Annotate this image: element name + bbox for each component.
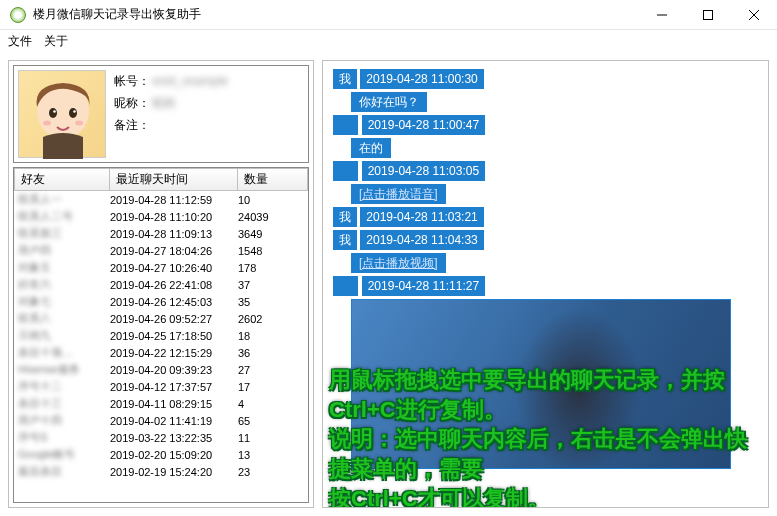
table-row[interactable]: 示例九2019-04-25 17:18:5018	[14, 327, 308, 344]
svg-point-8	[73, 110, 76, 113]
chat-header[interactable]: 我 2019-04-28 11:00:30	[333, 69, 758, 89]
contacts-header: 好友 最近聊天时间 数量	[14, 168, 308, 191]
nick-label: 昵称：	[114, 92, 152, 114]
maximize-button[interactable]	[685, 0, 731, 30]
remark-label: 备注：	[114, 114, 152, 136]
col-friend[interactable]: 好友	[14, 168, 110, 191]
chat-media-link[interactable]: [点击播放视频]	[333, 253, 758, 273]
avatar	[18, 70, 106, 158]
col-lastchat[interactable]: 最近聊天时间	[110, 168, 238, 191]
close-button[interactable]	[731, 0, 777, 30]
table-row[interactable]: 联系八2019-04-26 09:52:272602	[14, 310, 308, 327]
table-row[interactable]: 条目十三2019-04-11 08:29:154	[14, 395, 308, 412]
table-row[interactable]: 序号十二2019-04-12 17:37:5717	[14, 378, 308, 395]
svg-point-6	[69, 108, 77, 118]
app-icon	[10, 7, 26, 23]
minimize-button[interactable]	[639, 0, 685, 30]
chat-media-link[interactable]: [点击播放语音]	[333, 184, 758, 204]
svg-point-5	[49, 108, 57, 118]
table-row[interactable]: 联系第三2019-04-28 11:09:133649	[14, 225, 308, 242]
table-row[interactable]: 对象五2019-04-27 10:26:40178	[14, 259, 308, 276]
chat-header[interactable]: 2019-04-28 11:03:05	[333, 161, 758, 181]
table-row[interactable]: 条目十项…2019-04-22 12:15:2936	[14, 344, 308, 361]
contacts-panel: 好友 最近聊天时间 数量 联系人一2019-04-28 11:12:5910联系…	[13, 167, 309, 503]
chat-header[interactable]: 我 2019-04-28 11:04:33	[333, 230, 758, 250]
account-label: 帐号：	[114, 70, 152, 92]
profile-info: 帐号：wxid_example 昵称：昵称 备注：	[114, 70, 228, 158]
chat-header[interactable]: 2019-04-28 11:11:27	[333, 276, 758, 296]
svg-point-7	[53, 110, 56, 113]
table-row[interactable]: 序号S2019-03-22 13:22:3511	[14, 429, 308, 446]
chat-header[interactable]: 2019-04-28 11:00:47	[333, 115, 758, 135]
profile-box: 帐号：wxid_example 昵称：昵称 备注：	[13, 65, 309, 163]
menu-file[interactable]: 文件	[8, 33, 32, 50]
menu-bar: 文件 关于	[0, 30, 777, 52]
chat-header[interactable]: 我 2019-04-28 11:03:21	[333, 207, 758, 227]
chat-image[interactable]	[351, 299, 731, 469]
menu-about[interactable]: 关于	[44, 33, 68, 50]
left-panel: 帐号：wxid_example 昵称：昵称 备注： 好友 最近聊天时间 数量 联…	[8, 60, 314, 508]
table-row[interactable]: 对象七2019-04-26 12:45:0335	[14, 293, 308, 310]
svg-point-10	[75, 121, 83, 126]
table-row[interactable]: 用户十四2019-04-02 11:41:1965	[14, 412, 308, 429]
table-row[interactable]: 联系人二号2019-04-28 11:10:2024039	[14, 208, 308, 225]
table-row[interactable]: 最后条目2019-02-19 15:24:2023	[14, 463, 308, 480]
svg-point-9	[43, 121, 51, 126]
table-row[interactable]: Google账号2019-02-20 15:09:2013	[14, 446, 308, 463]
table-row[interactable]: Hisense服务2019-04-20 09:39:2327	[14, 361, 308, 378]
table-row[interactable]: 用户四2019-04-27 18:04:261548	[14, 242, 308, 259]
table-row[interactable]: 好友六2019-04-26 22:41:0837	[14, 276, 308, 293]
chat-log[interactable]: 我 2019-04-28 11:00:30你好在吗？ 2019-04-28 11…	[323, 61, 768, 477]
window-title: 楼月微信聊天记录导出恢复助手	[33, 6, 639, 23]
contacts-list[interactable]: 联系人一2019-04-28 11:12:5910联系人二号2019-04-28…	[14, 191, 308, 503]
table-row[interactable]: 联系人一2019-04-28 11:12:5910	[14, 191, 308, 208]
nick-value: 昵称	[152, 92, 176, 114]
svg-rect-1	[704, 10, 713, 19]
col-count[interactable]: 数量	[238, 168, 308, 191]
chat-text[interactable]: 你好在吗？	[333, 92, 758, 112]
title-bar: 楼月微信聊天记录导出恢复助手	[0, 0, 777, 30]
chat-panel: 我 2019-04-28 11:00:30你好在吗？ 2019-04-28 11…	[322, 60, 769, 508]
overlay-line-3: 按Ctrl+C才可以复制。	[329, 484, 762, 508]
account-value: wxid_example	[152, 70, 228, 92]
chat-text[interactable]: 在的	[333, 138, 758, 158]
